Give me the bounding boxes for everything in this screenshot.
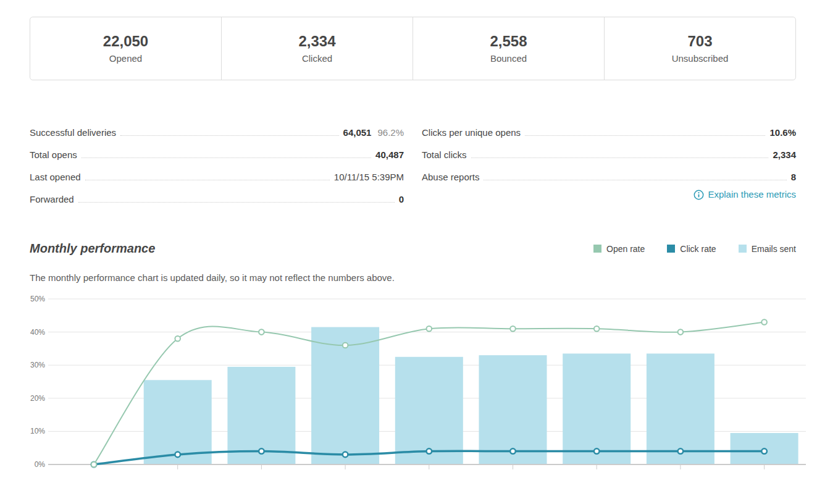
- open-rate-swatch-icon: [593, 245, 601, 253]
- clicked-count: 2,334: [298, 33, 335, 49]
- metric-value: 64,051: [343, 127, 372, 139]
- svg-text:20%: 20%: [30, 394, 45, 403]
- metrics-left-column: Successful deliveries 64,051 96.2% Total…: [30, 117, 404, 206]
- metric-value: 40,487: [375, 149, 404, 161]
- card-unsubscribed: 703 Unsubscribed: [604, 17, 795, 80]
- info-icon: [693, 190, 704, 200]
- card-clicked: 2,334 Clicked: [221, 17, 413, 80]
- clicked-label: Clicked: [302, 53, 332, 64]
- summary-cards: 22,050 Opened 2,334 Clicked 2,558 Bounce…: [30, 17, 796, 80]
- metric-label: Abuse reports: [422, 171, 479, 183]
- bounced-label: Bounced: [490, 53, 527, 64]
- svg-text:50%: 50%: [30, 295, 45, 303]
- metric-value: 8: [791, 171, 796, 183]
- svg-text:0%: 0%: [35, 460, 46, 469]
- metrics-section: Successful deliveries 64,051 96.2% Total…: [30, 117, 796, 206]
- legend-label: Open rate: [606, 244, 645, 254]
- dotted-leader: [471, 158, 769, 158]
- metric-value: 10.6%: [769, 127, 796, 139]
- unsubscribed-count: 703: [687, 33, 712, 49]
- explain-metrics-row: Explain these metrics: [422, 183, 796, 206]
- dotted-leader: [85, 180, 330, 180]
- emails-sent-swatch-icon: [739, 245, 747, 253]
- monthly-performance-chart: 0%10%20%30%40%50%: [30, 292, 806, 477]
- metric-label: Last opened: [30, 171, 81, 183]
- bounced-count: 2,558: [490, 33, 527, 49]
- metric-label: Successful deliveries: [30, 127, 116, 139]
- metric-extra-percent: 96.2%: [377, 127, 404, 139]
- legend-item-emails-sent: Emails sent: [739, 244, 796, 254]
- metric-row-last-opened: Last opened 10/11/15 5:39PM: [30, 161, 404, 183]
- metric-row-successful-deliveries: Successful deliveries 64,051 96.2%: [30, 117, 404, 139]
- metric-label: Total opens: [30, 149, 77, 161]
- unsubscribed-label: Unsubscribed: [672, 53, 729, 64]
- metrics-right-column: Clicks per unique opens 10.6% Total clic…: [422, 117, 796, 206]
- legend-item-click-rate: Click rate: [667, 244, 716, 254]
- dotted-leader: [120, 135, 339, 136]
- metric-row-total-clicks: Total clicks 2,334: [422, 139, 796, 161]
- metric-value: 2,334: [773, 149, 796, 161]
- campaign-report-page: 22,050 Opened 2,334 Clicked 2,558 Bounce…: [30, 17, 796, 477]
- opened-label: Opened: [109, 53, 142, 64]
- metric-row-clicks-per-unique-opens: Clicks per unique opens 10.6%: [422, 117, 796, 139]
- card-bounced: 2,558 Bounced: [413, 17, 604, 80]
- explain-metrics-link[interactable]: Explain these metrics: [693, 188, 796, 201]
- metric-value: 10/11/15 5:39PM: [334, 171, 404, 183]
- dotted-leader: [82, 158, 371, 158]
- metric-row-forwarded: Forwarded 0: [30, 183, 404, 206]
- metric-row-total-opens: Total opens 40,487: [30, 139, 404, 161]
- opened-count: 22,050: [103, 33, 148, 49]
- metric-label: Clicks per unique opens: [422, 127, 521, 139]
- metric-row-abuse-reports: Abuse reports 8: [422, 161, 796, 183]
- metric-label: Total clicks: [422, 149, 467, 161]
- explain-metrics-label: Explain these metrics: [708, 188, 796, 201]
- card-opened: 22,050 Opened: [30, 17, 221, 80]
- dotted-leader: [78, 202, 395, 203]
- svg-text:10%: 10%: [30, 427, 45, 435]
- dotted-leader: [525, 135, 765, 136]
- section-title: Monthly performance: [30, 242, 155, 256]
- chart-legend: Open rate Click rate Emails sent: [593, 244, 796, 254]
- monthly-performance-header: Monthly performance Open rate Click rate…: [30, 242, 796, 256]
- legend-label: Click rate: [680, 244, 716, 254]
- svg-text:30%: 30%: [30, 361, 45, 369]
- svg-text:40%: 40%: [30, 328, 45, 337]
- legend-label: Emails sent: [752, 244, 796, 254]
- metric-value: 0: [399, 193, 404, 206]
- chart-description: The monthly performance chart is updated…: [30, 272, 796, 283]
- legend-item-open-rate: Open rate: [593, 244, 645, 254]
- click-rate-swatch-icon: [667, 245, 675, 253]
- dotted-leader: [484, 180, 786, 180]
- metric-label: Forwarded: [30, 193, 74, 206]
